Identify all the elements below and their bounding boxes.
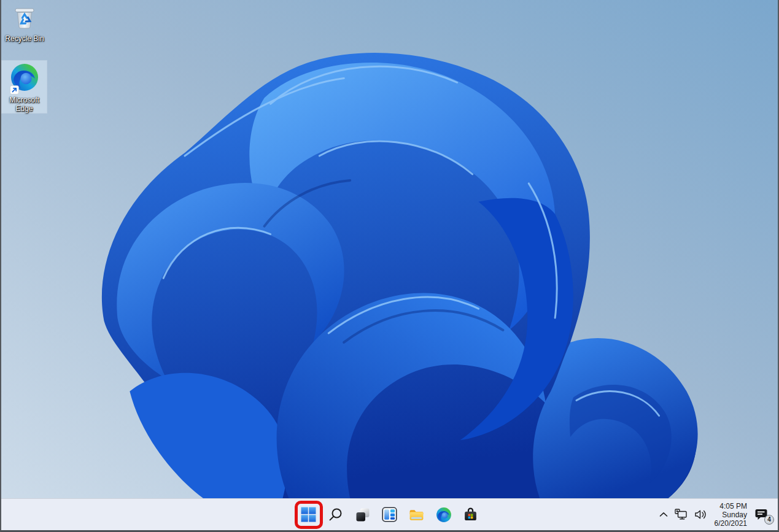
task-view-button[interactable] xyxy=(351,501,375,528)
notification-center-button[interactable]: 4 xyxy=(751,501,775,528)
file-explorer-button[interactable] xyxy=(405,501,429,528)
search-icon xyxy=(328,507,343,522)
widgets-button[interactable] xyxy=(378,501,402,528)
recycle-bin-icon xyxy=(10,2,39,33)
microsoft-store-button[interactable] xyxy=(459,501,483,528)
edge-shortcut-label-line2: Edge xyxy=(15,104,33,113)
microsoft-store-icon xyxy=(463,507,478,522)
clock-time: 4:05 PM xyxy=(715,502,747,511)
notification-count-badge: 4 xyxy=(764,515,774,525)
file-explorer-icon xyxy=(409,507,424,522)
clock[interactable]: 4:05 PM Sunday 6/20/2021 xyxy=(710,501,751,528)
system-tray: 4:05 PM Sunday 6/20/2021 4 xyxy=(656,499,775,530)
desktop-icon-recycle-bin[interactable]: Recycle Bin xyxy=(1,2,48,43)
taskbar-center-icons xyxy=(296,499,483,530)
wallpaper-bloom xyxy=(1,0,778,498)
recycle-bin-label: Recycle Bin xyxy=(5,34,44,43)
shortcut-arrow-icon xyxy=(10,85,19,94)
start-button[interactable] xyxy=(296,501,321,528)
chevron-up-icon xyxy=(659,510,669,520)
edge-taskbar-button[interactable] xyxy=(432,501,456,528)
desktop-area[interactable]: Recycle Bin xyxy=(1,0,778,498)
volume-icon xyxy=(694,509,707,520)
search-button[interactable] xyxy=(324,501,348,528)
edge-shortcut-label-line1: Microsoft xyxy=(9,96,39,104)
task-view-icon xyxy=(355,507,370,522)
windows-desktop-screen: Recycle Bin xyxy=(0,0,779,532)
taskbar: 4:05 PM Sunday 6/20/2021 4 xyxy=(1,498,778,530)
edge-logo-icon xyxy=(10,63,39,94)
hidden-icons-button[interactable] xyxy=(656,501,672,528)
clock-date: 6/20/2021 xyxy=(715,519,747,528)
network-button[interactable] xyxy=(672,501,691,528)
desktop-icon-microsoft-edge[interactable]: Microsoft Edge xyxy=(2,61,47,113)
windows-start-icon xyxy=(301,507,316,522)
edge-icon xyxy=(436,507,452,523)
network-ethernet-icon xyxy=(675,509,688,520)
volume-button[interactable] xyxy=(691,501,710,528)
widgets-icon xyxy=(382,507,397,522)
clock-day: Sunday xyxy=(715,511,747,519)
